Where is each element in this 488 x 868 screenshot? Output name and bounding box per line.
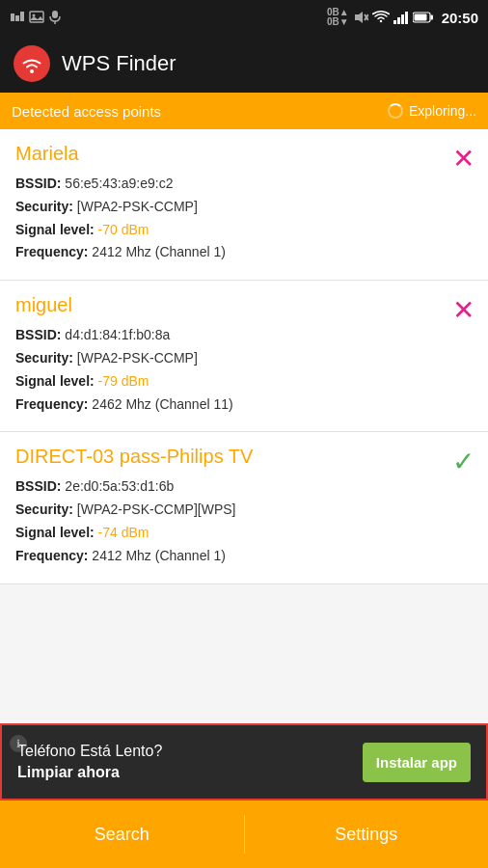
ad-text: Teléfono Está Lento? Limpiar ahora bbox=[17, 741, 162, 784]
ap-name-3: DIRECT-03 pass-Philips TV bbox=[15, 446, 473, 468]
svg-rect-3 bbox=[30, 12, 43, 22]
svg-rect-5 bbox=[52, 11, 58, 18]
loading-spinner bbox=[388, 103, 403, 119]
mute-icon bbox=[353, 10, 368, 25]
ap-name-1: Mariela bbox=[15, 143, 473, 165]
ad-line2: Limpiar ahora bbox=[17, 762, 162, 783]
search-button[interactable]: Search bbox=[0, 800, 244, 868]
app-logo bbox=[14, 45, 50, 82]
svg-rect-0 bbox=[11, 14, 14, 21]
data-icon bbox=[10, 10, 25, 25]
wifi-icon bbox=[372, 11, 390, 24]
ad-info-icon[interactable]: ℹ bbox=[10, 735, 27, 752]
ap-detail-3: BSSID: 2e:d0:5a:53:d1:6b Security: [WPA2… bbox=[15, 475, 473, 567]
mic-icon bbox=[48, 10, 62, 25]
ap-status-icon-3: ✓ bbox=[452, 446, 474, 477]
svg-rect-16 bbox=[414, 14, 426, 21]
wifi-logo-icon bbox=[20, 52, 43, 75]
exploring-text: Exploring... bbox=[409, 103, 476, 119]
svg-rect-11 bbox=[397, 17, 400, 24]
ap-detail-1: BSSID: 56:e5:43:a9:e9:c2 Security: [WPA2… bbox=[15, 173, 473, 264]
ad-banner[interactable]: Teléfono Está Lento? Limpiar ahora Insta… bbox=[0, 723, 488, 800]
sub-header: Detected access points Exploring... bbox=[0, 93, 488, 129]
app-title: WPS Finder bbox=[62, 51, 176, 76]
signal-icon bbox=[393, 11, 409, 24]
status-bar: 0B▲0B▼ 20:50 bbox=[0, 0, 488, 35]
status-right-icons: 0B▲0B▼ 20:50 bbox=[327, 8, 478, 27]
exploring-status: Exploring... bbox=[388, 103, 476, 119]
ap-card-1[interactable]: Mariela BSSID: 56:e5:43:a9:e9:c2 Securit… bbox=[0, 129, 488, 281]
image-icon bbox=[29, 10, 44, 25]
data-indicator: 0B▲0B▼ bbox=[327, 8, 349, 27]
svg-rect-2 bbox=[20, 12, 24, 21]
svg-rect-12 bbox=[401, 14, 404, 24]
detected-label: Detected access points bbox=[12, 103, 161, 120]
status-left-icons bbox=[10, 10, 62, 25]
ad-install-button[interactable]: Instalar app bbox=[363, 743, 471, 782]
svg-point-17 bbox=[30, 69, 34, 73]
svg-rect-13 bbox=[405, 12, 408, 24]
ap-card-2[interactable]: miguel BSSID: d4:d1:84:1f:b0:8a Security… bbox=[0, 281, 488, 432]
ap-status-icon-1: ✕ bbox=[452, 143, 474, 175]
ap-name-2: miguel bbox=[15, 294, 473, 316]
app-bar: WPS Finder bbox=[0, 35, 488, 93]
clock: 20:50 bbox=[442, 10, 478, 26]
svg-marker-7 bbox=[355, 12, 363, 23]
bottom-nav: Search Settings bbox=[0, 800, 488, 868]
ap-status-icon-2: ✕ bbox=[452, 294, 474, 326]
ad-line1: Teléfono Está Lento? bbox=[17, 741, 162, 762]
svg-rect-1 bbox=[15, 15, 19, 21]
access-points-list: Mariela BSSID: 56:e5:43:a9:e9:c2 Securit… bbox=[0, 129, 488, 723]
battery-icon bbox=[413, 12, 434, 23]
settings-button[interactable]: Settings bbox=[245, 800, 489, 868]
ap-card-3[interactable]: DIRECT-03 pass-Philips TV BSSID: 2e:d0:5… bbox=[0, 432, 488, 583]
svg-rect-15 bbox=[430, 15, 433, 20]
svg-rect-10 bbox=[393, 20, 396, 24]
ap-detail-2: BSSID: d4:d1:84:1f:b0:8a Security: [WPA2… bbox=[15, 324, 473, 416]
